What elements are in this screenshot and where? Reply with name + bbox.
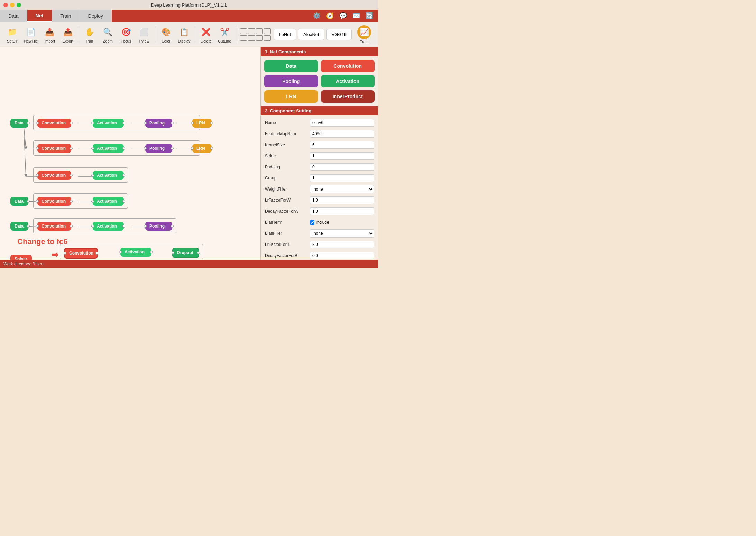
import-button[interactable]: 📥 Import [41, 25, 58, 45]
node-conv6-out[interactable] [95, 252, 98, 255]
align-icon-5[interactable] [240, 35, 247, 41]
node-pool2-out[interactable] [171, 147, 174, 150]
comp-act-button[interactable]: Activation [321, 75, 375, 87]
refresh-icon[interactable]: 🔄 [364, 11, 375, 20]
lenet-button[interactable]: LeNet [274, 29, 296, 40]
checkbox-biasterm[interactable] [310, 220, 314, 225]
focus-button[interactable]: 🎯 Focus [117, 25, 135, 45]
node-act5[interactable]: Activation [93, 222, 124, 231]
node-act2-out[interactable] [122, 147, 125, 150]
node-act1-out[interactable] [122, 122, 125, 124]
node-conv3[interactable]: Convolution [37, 171, 71, 180]
compass-icon[interactable]: 🧭 [325, 11, 335, 20]
align-icon-6[interactable] [248, 35, 255, 41]
input-stride[interactable] [310, 152, 374, 160]
node-dropout6[interactable]: Dropout [172, 248, 199, 258]
node-conv1[interactable]: Convolution [37, 119, 71, 128]
node-pool2[interactable]: Pooling [145, 144, 172, 153]
node-conv4-out[interactable] [70, 200, 73, 203]
canvas[interactable]: Change to fc6 ➡ Change to fc7 ➡ ➡ Data C… [0, 47, 260, 260]
node-conv6[interactable]: Convolution [64, 248, 98, 259]
node-dropout6-out[interactable] [197, 251, 200, 254]
comp-pool-button[interactable]: Pooling [264, 75, 318, 87]
align-icon-7[interactable] [256, 35, 263, 41]
node-act4[interactable]: Activation [93, 197, 124, 206]
node-act1[interactable]: Activation [93, 119, 124, 128]
train-button[interactable]: 📈 Train [354, 24, 375, 45]
node-data2-out[interactable] [27, 200, 30, 203]
pan-button[interactable]: ✋ Pan [81, 25, 98, 45]
node-act4-out[interactable] [122, 200, 125, 203]
settings-icon[interactable]: ⚙️ [312, 11, 322, 20]
zoom-button[interactable]: 🔍 Zoom [99, 25, 117, 45]
node-data1-out[interactable] [27, 122, 30, 124]
node-conv5-out[interactable] [70, 225, 73, 228]
setdir-button[interactable]: 📁 SetDir [3, 25, 21, 45]
input-decayfactorforw[interactable] [310, 207, 374, 215]
node-data3[interactable]: Data [10, 222, 28, 231]
node-lrn1[interactable]: LRN [192, 119, 212, 128]
align-icon-1[interactable] [240, 28, 247, 34]
tab-data[interactable]: Data [0, 10, 27, 22]
input-lrfactorforb[interactable] [310, 241, 374, 248]
input-name[interactable] [310, 119, 374, 127]
display-button[interactable]: 📋 Display [175, 25, 193, 45]
maximize-button[interactable] [17, 3, 21, 7]
input-group[interactable] [310, 174, 374, 182]
node-pool5[interactable]: Pooling [145, 222, 172, 231]
node-conv2-out[interactable] [70, 147, 73, 150]
cutline-button[interactable]: ✂️ CutLine [215, 25, 233, 45]
align-icon-4[interactable] [264, 28, 271, 34]
node-conv2[interactable]: Convolution [37, 144, 71, 153]
node-act3[interactable]: Activation [93, 171, 124, 180]
node-pool5-out[interactable] [171, 225, 174, 228]
node-conv1-out[interactable] [70, 122, 73, 124]
node-pool1[interactable]: Pooling [145, 119, 172, 128]
input-decayfactorforb[interactable] [310, 252, 374, 259]
node-data2[interactable]: Data [10, 197, 28, 206]
close-button[interactable] [3, 3, 8, 7]
node-lrn2[interactable]: LRN [192, 144, 212, 153]
export-button[interactable]: 📤 Export [59, 25, 76, 45]
input-featuremapnum[interactable] [310, 130, 374, 138]
align-icon-8[interactable] [264, 35, 271, 41]
node-data3-out[interactable] [27, 225, 30, 228]
tab-net[interactable]: Net [27, 10, 52, 22]
comp-conv-button[interactable]: Convolution [321, 60, 375, 72]
tab-deploy[interactable]: Deploy [80, 10, 112, 22]
node-conv4[interactable]: Convolution [37, 197, 71, 206]
select-biasfiller[interactable]: none constant [310, 229, 374, 238]
node-conv3-out[interactable] [70, 174, 73, 177]
node-lrn1-out[interactable] [210, 122, 213, 124]
comp-inner-button[interactable]: InnerProduct [321, 90, 375, 103]
color-button[interactable]: 🎨 Color [157, 25, 175, 45]
setting-label-decayfactorforw: DecayFactorForW [265, 209, 310, 214]
align-icon-2[interactable] [248, 28, 255, 34]
tab-train[interactable]: Train [52, 10, 80, 22]
input-padding[interactable] [310, 163, 374, 171]
node-act6[interactable]: Activation [120, 248, 151, 257]
node-act5-out[interactable] [122, 225, 125, 228]
node-pool1-out[interactable] [171, 122, 174, 124]
fview-button[interactable]: ⬜ FView [135, 25, 153, 45]
select-weightfiller[interactable]: none xavier gaussian [310, 185, 374, 193]
chat-icon[interactable]: 💬 [338, 11, 348, 20]
align-icon-3[interactable] [256, 28, 263, 34]
comp-lrn-button[interactable]: LRN [264, 90, 318, 103]
input-lrfactorforw[interactable] [310, 196, 374, 204]
mail-icon[interactable]: ✉️ [351, 11, 361, 20]
vgg16-button[interactable]: VGG16 [326, 29, 352, 40]
comp-data-button[interactable]: Data [264, 60, 318, 72]
delete-button[interactable]: ❌ Delete [197, 25, 215, 45]
minimize-button[interactable] [10, 3, 15, 7]
node-act6-out[interactable] [150, 251, 153, 253]
node-data1[interactable]: Data [10, 119, 28, 128]
input-kernelsize[interactable] [310, 141, 374, 149]
alexnet-button[interactable]: AlexNet [298, 29, 324, 40]
node-act2[interactable]: Activation [93, 144, 124, 153]
node-lrn2-out[interactable] [210, 147, 213, 150]
node-solver[interactable]: Solver [10, 255, 32, 260]
node-conv5[interactable]: Convolution [37, 222, 71, 231]
newfile-button[interactable]: 📄 NewFile [21, 25, 40, 45]
node-act3-out[interactable] [122, 174, 125, 177]
